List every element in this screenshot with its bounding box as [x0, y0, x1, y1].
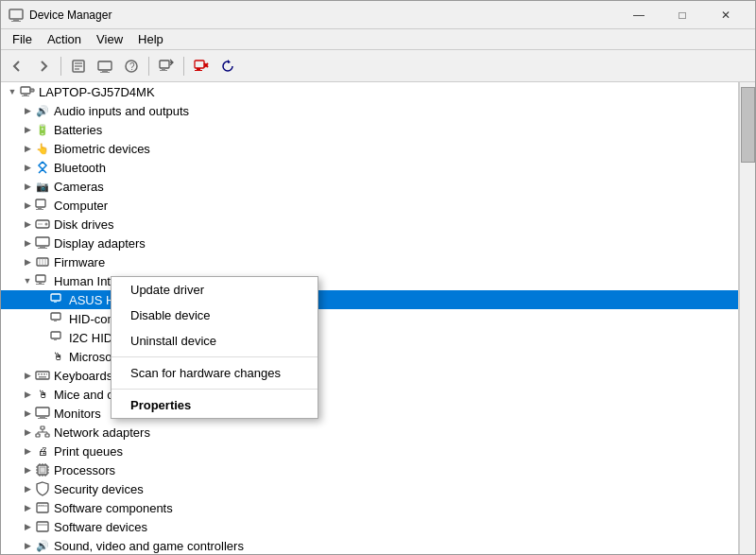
monitors-icon	[35, 406, 50, 421]
context-menu-scan[interactable]: Scan for hardware changes	[112, 360, 318, 386]
root-label: LAPTOP-GJ57D4MK	[39, 85, 155, 99]
tree-item-processors[interactable]: ▶	[1, 460, 738, 479]
toolbar-back[interactable]	[5, 54, 29, 78]
tree-item-computer[interactable]: ▶ Computer	[1, 196, 738, 215]
computer-icon	[35, 198, 50, 213]
svg-rect-23	[22, 95, 29, 96]
svg-rect-45	[51, 332, 60, 338]
tree-item-disk[interactable]: ▶ Disk drives	[1, 215, 738, 234]
toolbar-scan[interactable]	[154, 54, 179, 78]
display-icon	[35, 235, 50, 251]
network-label: Network adapters	[54, 425, 150, 440]
bluetooth-icon	[35, 160, 50, 175]
context-menu-properties[interactable]: Properties	[112, 392, 318, 418]
svg-rect-2	[11, 21, 21, 22]
vertical-scrollbar[interactable]	[739, 82, 755, 554]
svg-rect-58	[45, 434, 49, 437]
software-comp-label: Software components	[54, 501, 173, 515]
minimize-button[interactable]: —	[617, 1, 661, 29]
tree-item-security[interactable]: ▶ Security devices	[1, 479, 738, 498]
toolbar: ?	[1, 50, 755, 82]
tree-item-biometric[interactable]: ▶ Biometric devices	[1, 139, 738, 158]
expand-bluetooth-icon: ▶	[20, 160, 35, 175]
expand-sound-icon: ▶	[20, 538, 35, 553]
tree-item-software-comp[interactable]: ▶ Software components	[1, 498, 738, 517]
svg-rect-80	[41, 505, 42, 506]
expand-disk-icon: ▶	[20, 217, 35, 232]
computer-label: Computer	[54, 199, 108, 213]
biometric-label: Biometric devices	[54, 142, 150, 156]
tree-item-software-dev[interactable]: ▶ Software devices	[1, 517, 738, 536]
expand-computer-icon: ▶	[20, 198, 35, 213]
toolbar-sep-2	[148, 57, 149, 76]
content-area: ▼ LAPTOP-GJ57D4MK ▶ Audio inputs and out…	[1, 82, 755, 554]
context-menu-separator	[112, 356, 318, 357]
menu-help[interactable]: Help	[130, 30, 171, 48]
biometric-icon	[35, 141, 50, 156]
svg-rect-39	[39, 282, 42, 284]
menu-file[interactable]: File	[5, 30, 40, 48]
sound-label: Sound, video and game controllers	[54, 539, 244, 553]
context-menu-update[interactable]: Update driver	[112, 277, 318, 303]
software-dev-icon	[35, 519, 50, 534]
tree-item-display[interactable]: ▶ Display adapters	[1, 234, 738, 252]
maximize-button[interactable]: □	[661, 1, 704, 29]
audio-icon	[35, 103, 50, 118]
svg-rect-24	[30, 89, 34, 92]
tree-item-cameras[interactable]: ▶ Cameras	[1, 177, 738, 196]
battery-icon	[35, 122, 50, 137]
toolbar-sep-1	[60, 57, 61, 76]
tree-item-sound[interactable]: ▶ Sound, video and game controllers	[1, 536, 738, 554]
toolbar-uninstall[interactable]	[189, 54, 214, 78]
svg-rect-42	[54, 301, 57, 303]
svg-rect-50	[43, 373, 45, 375]
context-menu-separator-2	[112, 389, 318, 390]
title-bar: Device Manager — □ ✕	[1, 1, 755, 29]
svg-rect-16	[197, 68, 200, 70]
toolbar-driver[interactable]	[93, 54, 117, 78]
processors-icon	[35, 462, 50, 477]
svg-rect-77	[37, 503, 48, 512]
tree-panel[interactable]: ▼ LAPTOP-GJ57D4MK ▶ Audio inputs and out…	[1, 82, 739, 554]
toolbar-help[interactable]: ?	[119, 54, 144, 78]
svg-rect-52	[39, 376, 46, 378]
context-menu-uninstall[interactable]: Uninstall device	[112, 328, 318, 354]
security-icon	[35, 481, 50, 496]
tree-item-batteries[interactable]: ▶ Batteries	[1, 120, 738, 139]
scrollbar-thumb[interactable]	[741, 87, 755, 163]
context-menu-disable[interactable]: Disable device	[112, 303, 318, 328]
svg-rect-38	[36, 275, 45, 282]
svg-marker-20	[228, 60, 231, 63]
toolbar-properties[interactable]	[66, 54, 91, 78]
menu-bar: File Action View Help	[1, 29, 755, 50]
disk-icon	[35, 217, 50, 232]
svg-rect-15	[195, 61, 204, 68]
network-icon	[35, 425, 50, 440]
svg-rect-54	[40, 416, 45, 418]
expand-audio-icon: ▶	[20, 103, 35, 118]
audio-label: Audio inputs and outputs	[54, 104, 189, 118]
svg-rect-79	[39, 505, 40, 506]
security-label: Security devices	[54, 482, 144, 496]
tree-item-bluetooth[interactable]: ▶ Bluetooth	[1, 158, 738, 177]
expand-micro-icon	[35, 349, 50, 364]
tree-item-audio[interactable]: ▶ Audio inputs and outputs	[1, 101, 738, 120]
svg-rect-27	[36, 209, 43, 210]
expand-hid-icon: ▼	[20, 273, 35, 288]
tree-item-print[interactable]: ▶ Print queues	[1, 442, 738, 460]
tree-item-firmware[interactable]: ▶ Firmware	[1, 252, 738, 271]
svg-rect-31	[36, 237, 49, 246]
menu-action[interactable]: Action	[40, 30, 89, 48]
svg-rect-21	[21, 87, 30, 94]
close-button[interactable]: ✕	[704, 1, 747, 29]
tree-root[interactable]: ▼ LAPTOP-GJ57D4MK	[1, 82, 738, 101]
firmware-icon	[35, 254, 50, 269]
svg-rect-33	[38, 248, 47, 249]
expand-keyboard-icon: ▶	[20, 368, 35, 383]
tree-item-network[interactable]: ▶ Network adapters	[1, 423, 738, 442]
svg-rect-8	[102, 70, 108, 72]
menu-view[interactable]: View	[89, 30, 130, 48]
toolbar-forward[interactable]	[31, 54, 56, 78]
svg-rect-46	[54, 338, 57, 340]
toolbar-refresh[interactable]	[215, 54, 240, 78]
